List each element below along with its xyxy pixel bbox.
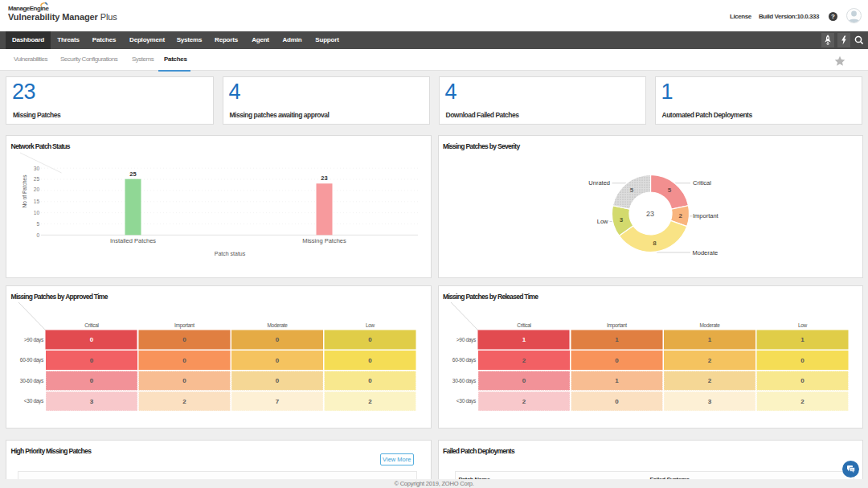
svg-text:23: 23	[321, 174, 327, 182]
svg-text:0: 0	[800, 377, 805, 384]
svg-text:0: 0	[368, 357, 372, 364]
svg-text:2: 2	[522, 357, 526, 364]
svg-text:23: 23	[645, 210, 653, 218]
svg-text:Important: Important	[607, 322, 627, 329]
svg-text:25: 25	[34, 176, 40, 182]
svg-text:Low: Low	[797, 322, 807, 328]
svg-text:Patch status: Patch status	[215, 251, 246, 256]
svg-text:No of Patches: No of Patches	[22, 174, 27, 208]
svg-text:0: 0	[90, 357, 94, 364]
svg-text:2: 2	[800, 398, 805, 405]
svg-text:2: 2	[522, 398, 526, 405]
svg-text:2: 2	[707, 357, 711, 364]
svg-text:15: 15	[34, 199, 40, 204]
svg-text:2: 2	[182, 398, 186, 405]
svg-text:1: 1	[707, 336, 711, 343]
svg-text:Critical: Critical	[84, 322, 99, 328]
svg-text:>90 days: >90 days	[456, 337, 476, 343]
svg-text:0: 0	[90, 377, 94, 384]
svg-text:60-90 days: 60-90 days	[452, 357, 476, 363]
svg-text:0: 0	[800, 357, 805, 364]
svg-text:Critical: Critical	[693, 179, 711, 187]
svg-text:20: 20	[34, 187, 40, 192]
svg-text:5: 5	[667, 187, 671, 194]
svg-text:0: 0	[90, 336, 94, 343]
svg-text:2: 2	[368, 398, 372, 405]
svg-text:Important: Important	[693, 212, 719, 219]
svg-text:1: 1	[615, 336, 619, 343]
svg-text:7: 7	[276, 398, 280, 405]
svg-text:0: 0	[276, 377, 280, 384]
svg-text:Moderate: Moderate	[692, 249, 718, 256]
svg-text:Moderate: Moderate	[699, 322, 720, 328]
svg-text:1: 1	[615, 377, 619, 384]
svg-text:2: 2	[678, 212, 682, 219]
svg-text:Low: Low	[596, 218, 608, 225]
svg-text:0: 0	[182, 377, 186, 384]
svg-text:Missing Patches: Missing Patches	[302, 237, 346, 244]
svg-text:0: 0	[182, 336, 186, 343]
svg-text:10: 10	[34, 210, 40, 215]
svg-text:>90 days: >90 days	[24, 337, 44, 343]
svg-text:30: 30	[34, 166, 40, 171]
svg-text:0: 0	[368, 377, 372, 384]
svg-text:Low: Low	[366, 322, 375, 328]
svg-text:5: 5	[36, 221, 39, 227]
svg-text:<30 days: <30 days	[24, 398, 44, 404]
svg-text:30-60 days: 30-60 days	[20, 378, 44, 384]
svg-text:0: 0	[615, 357, 619, 364]
svg-text:2: 2	[707, 377, 711, 384]
svg-text:Moderate: Moderate	[267, 322, 288, 328]
svg-text:0: 0	[276, 336, 280, 343]
svg-text:8: 8	[653, 240, 657, 247]
svg-text:60-90 days: 60-90 days	[20, 357, 44, 363]
svg-text:0: 0	[36, 232, 39, 238]
svg-text:0: 0	[615, 398, 619, 405]
svg-text:5: 5	[629, 187, 633, 194]
svg-text:25: 25	[129, 170, 136, 178]
svg-text:Important: Important	[174, 322, 194, 329]
svg-text:0: 0	[522, 377, 526, 384]
svg-text:Unrated: Unrated	[588, 179, 610, 187]
svg-text:Critical: Critical	[517, 322, 531, 328]
svg-text:0: 0	[182, 357, 186, 364]
svg-text:3: 3	[707, 398, 711, 405]
svg-text:0: 0	[368, 336, 372, 343]
svg-text:<30 days: <30 days	[456, 398, 476, 404]
svg-text:30-60 days: 30-60 days	[452, 378, 476, 384]
svg-text:3: 3	[619, 216, 623, 223]
svg-text:0: 0	[276, 357, 280, 364]
svg-text:1: 1	[522, 336, 526, 343]
svg-text:1: 1	[800, 336, 805, 343]
svg-text:3: 3	[90, 398, 94, 405]
svg-text:Installed Patches: Installed Patches	[110, 237, 156, 244]
